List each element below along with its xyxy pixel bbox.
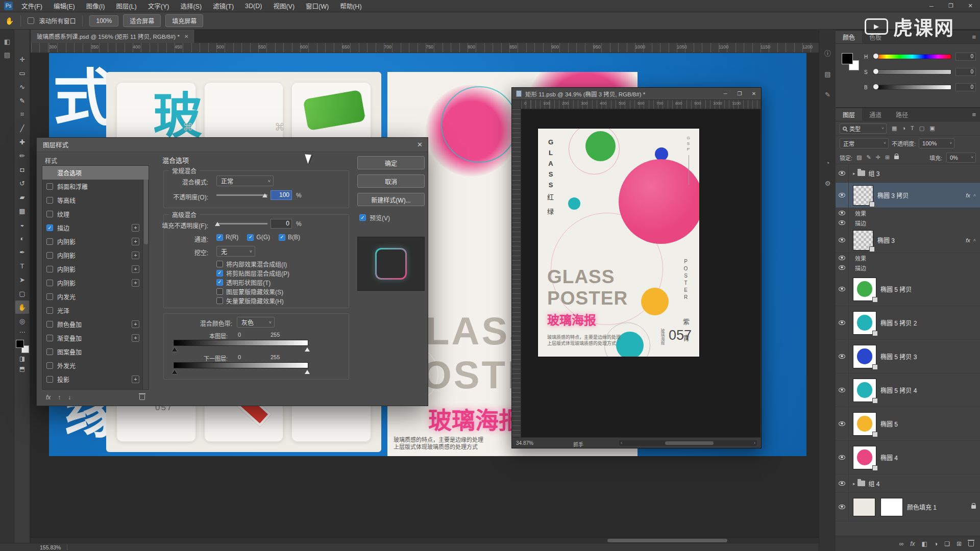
- menu-item[interactable]: 帮助(H): [334, 0, 367, 12]
- visibility-eye-icon[interactable]: [839, 256, 845, 260]
- blend-if-dropdown[interactable]: 灰色: [237, 317, 275, 328]
- tab-通道[interactable]: 通道: [862, 108, 889, 121]
- move-effect-up-icon[interactable]: ↑: [58, 394, 61, 401]
- layer-effect-row[interactable]: 描边: [836, 218, 980, 228]
- fill-screen-button[interactable]: 填充屏幕: [165, 14, 203, 27]
- collapsed-panel-icon-1[interactable]: ◧: [0, 35, 14, 48]
- layer-opacity-dropdown[interactable]: 100%: [919, 138, 954, 148]
- layer-row[interactable]: 椭圆 5 拷贝 4: [836, 373, 980, 407]
- libraries-panel-icon[interactable]: ⚙: [819, 176, 836, 191]
- layer-thumbnail[interactable]: [853, 311, 876, 335]
- history-brush-tool[interactable]: ↺: [15, 177, 29, 190]
- opacity-slider[interactable]: [216, 190, 267, 199]
- crop-tool[interactable]: ⌗: [15, 108, 29, 121]
- style-item[interactable]: 颜色叠加+: [42, 317, 149, 331]
- info-icon[interactable]: ⓘ: [819, 45, 836, 60]
- dialog-title-bar[interactable]: 图层样式 ✕: [37, 138, 428, 152]
- style-checkbox[interactable]: [46, 238, 53, 245]
- menu-item[interactable]: 视图(V): [267, 0, 300, 12]
- knockout-dropdown[interactable]: 无: [216, 246, 255, 257]
- add-effect-button[interactable]: +: [132, 252, 139, 259]
- filter-shape-icon[interactable]: ▢: [919, 125, 924, 132]
- scrollbar-thumb[interactable]: [607, 539, 727, 542]
- visibility-eye-icon[interactable]: [839, 193, 845, 197]
- channel-checkbox[interactable]: [247, 234, 254, 241]
- style-checkbox[interactable]: [46, 280, 53, 286]
- this-layer-ramp[interactable]: [174, 340, 308, 346]
- layer-thumbnail[interactable]: [853, 345, 876, 368]
- slider-thumb[interactable]: [873, 53, 879, 59]
- gradient-tool[interactable]: ▩: [15, 204, 29, 217]
- lock-all-icon[interactable]: [894, 156, 899, 159]
- style-item[interactable]: 内阴影+: [42, 235, 149, 248]
- delete-layer-icon[interactable]: [968, 541, 974, 546]
- style-checkbox[interactable]: [46, 321, 53, 328]
- slider-value[interactable]: 0: [955, 83, 976, 91]
- quick-mask-icon[interactable]: ◨: [14, 355, 30, 362]
- blend-option-checkbox[interactable]: [216, 270, 223, 277]
- layer-row[interactable]: 椭圆 5 拷贝 2: [836, 306, 980, 340]
- layer-mask-thumbnail[interactable]: [880, 498, 903, 516]
- scroll-left-icon[interactable]: ‹: [621, 440, 622, 445]
- layer-blend-mode-dropdown[interactable]: 正常: [840, 138, 889, 148]
- visibility-eye-icon[interactable]: [839, 287, 845, 291]
- layer-thumbnail[interactable]: [853, 230, 873, 251]
- ramp-white-thumb[interactable]: [305, 367, 310, 374]
- menu-item[interactable]: 图层(L): [110, 0, 142, 12]
- blend-option-checkbox[interactable]: [216, 279, 223, 286]
- style-checkbox[interactable]: [46, 197, 53, 204]
- slider-thumb[interactable]: [873, 84, 879, 90]
- color-swatch-pair[interactable]: [842, 53, 859, 70]
- style-checkbox[interactable]: [46, 376, 53, 383]
- fill-opacity-slider-thumb[interactable]: [215, 219, 220, 226]
- layer-row[interactable]: 颜色填充 1: [836, 493, 980, 521]
- layer-thumbnail[interactable]: [853, 278, 876, 301]
- layer-row[interactable]: 椭圆 5 拷贝: [836, 272, 980, 306]
- scroll-right-icon[interactable]: ›: [754, 440, 755, 445]
- toolbar-more-icon[interactable]: ⋯: [14, 329, 30, 336]
- style-item[interactable]: 等高线: [42, 193, 149, 207]
- add-effect-button[interactable]: +: [132, 375, 139, 383]
- add-effect-button[interactable]: +: [132, 265, 139, 273]
- new-style-button[interactable]: 新建样式(W)...: [357, 193, 425, 206]
- panel-menu-icon[interactable]: ≡: [972, 33, 976, 41]
- menu-item[interactable]: 文字(Y): [142, 0, 175, 12]
- delete-effect-icon[interactable]: [139, 395, 145, 400]
- foreground-color-swatch[interactable]: [16, 340, 24, 348]
- visibility-eye-icon[interactable]: [839, 265, 845, 270]
- menu-item[interactable]: 编辑(E): [48, 0, 81, 12]
- menu-item[interactable]: 选择(S): [175, 0, 207, 12]
- lock-artboard-icon[interactable]: ⊞: [885, 154, 890, 161]
- visibility-eye-icon[interactable]: [839, 211, 845, 215]
- close-button[interactable]: ✕: [961, 0, 980, 12]
- zoom-level[interactable]: 155.83%: [40, 544, 61, 550]
- effects-icon[interactable]: fx: [46, 394, 51, 401]
- tab-图层[interactable]: 图层: [836, 108, 862, 121]
- ramp-white-thumb[interactable]: [305, 345, 310, 352]
- dialog-close-icon[interactable]: ✕: [417, 141, 423, 148]
- lock-pixels-icon[interactable]: ✎: [866, 154, 871, 161]
- style-item[interactable]: 外发光: [42, 359, 149, 372]
- add-effect-button[interactable]: +: [132, 224, 139, 232]
- style-checkbox[interactable]: [46, 224, 53, 231]
- ramp-black-thumb[interactable]: [172, 367, 177, 374]
- style-checkbox[interactable]: [46, 266, 53, 272]
- quick-selection-tool[interactable]: ✎: [15, 94, 29, 107]
- fill-opacity-field[interactable]: 0: [271, 219, 292, 229]
- style-item[interactable]: 纹理: [42, 207, 149, 221]
- channel-checkbox[interactable]: [279, 234, 285, 241]
- hand-tool[interactable]: ✋: [15, 300, 29, 314]
- horizontal-scrollbar[interactable]: [31, 537, 819, 543]
- ramp-black-thumb[interactable]: [172, 345, 177, 352]
- visibility-eye-icon[interactable]: [839, 481, 845, 486]
- style-item[interactable]: 内阴影+: [42, 262, 149, 276]
- layer-thumbnail[interactable]: [853, 446, 876, 469]
- floating-document-window[interactable]: 矩形 11.psb @ 34.9% (椭圆 3 拷贝, RGB/8#) * ─❐…: [511, 87, 762, 448]
- visibility-eye-icon[interactable]: [839, 455, 845, 460]
- style-item[interactable]: 光泽: [42, 304, 149, 317]
- visibility-eye-icon[interactable]: [839, 388, 845, 392]
- layer-effect-row[interactable]: 描边: [836, 263, 980, 272]
- properties-panel-icon[interactable]: ✎: [819, 87, 836, 102]
- layer-row[interactable]: 椭圆 3 拷贝fx: [836, 183, 980, 208]
- style-checkbox[interactable]: [46, 211, 53, 217]
